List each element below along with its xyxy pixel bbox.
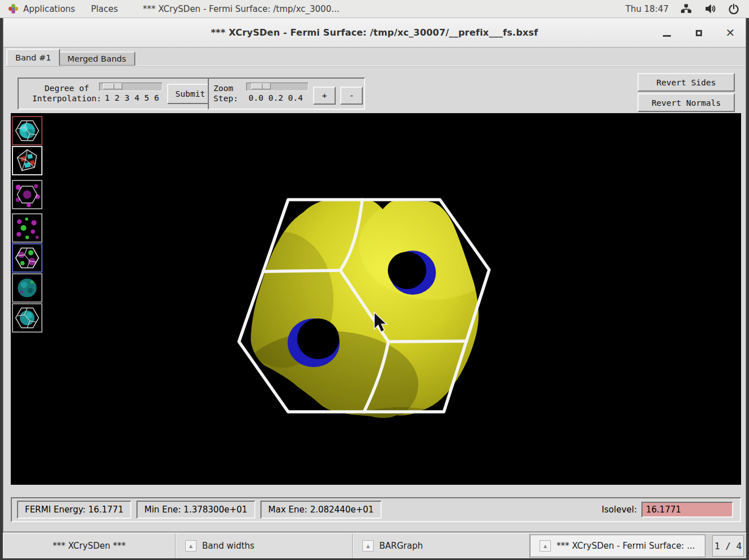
interpolation-label: Degree of Interpolation:: [24, 83, 109, 104]
revert-normals-button[interactable]: Revert Normals: [637, 93, 735, 112]
thumbnail-red-cyan-cube[interactable]: [12, 146, 42, 175]
interpolation-slider[interactable]: [99, 83, 162, 91]
revert-sides-button[interactable]: Revert Sides: [637, 73, 735, 92]
window-titlebar[interactable]: *** XCrySDen - Fermi Surface: /tmp/xc_30…: [3, 18, 746, 48]
volume-icon[interactable]: [704, 3, 716, 15]
network-icon[interactable]: [680, 3, 692, 15]
zoom-in-button[interactable]: +: [313, 87, 336, 105]
taskbar-item-band-widths[interactable]: ▲ Band widths: [176, 533, 353, 558]
min-energy-readout: Min Ene: 1.378300e+01: [136, 501, 255, 519]
active-window-title: *** XCrySDen - Fermi Surface: /tmp/xc_30…: [143, 4, 339, 14]
thumbnail-magenta-pockets[interactable]: [12, 180, 42, 209]
window-mini-icon: ▲: [540, 540, 551, 552]
notebook-divider: [3, 66, 746, 67]
max-energy-readout: Max Ene: 2.082440e+01: [260, 501, 382, 519]
thumbnail-teal-surface-in-cell[interactable]: [12, 303, 42, 333]
tab-merged-bands-label: Merged Bands: [67, 54, 126, 63]
desktop-taskbar: *** XCrySDen *** ▲ Band widths ▲ BARGrap…: [3, 532, 746, 558]
tab-merged-bands[interactable]: Merged Bands: [58, 51, 135, 66]
thumbnail-scattered-pockets[interactable]: [12, 213, 42, 243]
active-window-menu[interactable]: *** XCrySDen - Fermi Surface: /tmp/xc_30…: [126, 0, 347, 18]
taskbar-item-label: Band widths: [202, 541, 254, 551]
minimize-icon: [663, 35, 671, 37]
interpolation-scale-labels: 1 2 3 4 5 6: [105, 93, 159, 102]
zoom-step-label: Zoom Step:: [213, 83, 246, 104]
fermi-surface-canvas[interactable]: [11, 113, 741, 485]
taskbar-item-bargraph[interactable]: ▲ BARGraph: [353, 533, 530, 558]
places-menu-label: Places: [91, 4, 118, 14]
taskbar-item-xcrysden[interactable]: *** XCrySDen ***: [3, 533, 176, 558]
minimize-button[interactable]: [660, 25, 674, 40]
interpolation-slider-handle[interactable]: [103, 83, 122, 89]
neck-hole-lower: [288, 318, 340, 367]
tab-band-1-label: Band #1: [15, 53, 51, 62]
close-icon: ✕: [726, 27, 735, 38]
taskbar-item-fermi-surface[interactable]: ▲ *** XCrySDen - Fermi Surface: ...: [530, 535, 705, 557]
isolevel-label: Isolevel:: [602, 505, 637, 515]
band-tabstrip: Band #1 Merged Bands: [3, 48, 746, 66]
applications-menu-label: Applications: [23, 4, 75, 14]
desktop-top-panel: Applications Places *** XCrySDen - Fermi…: [0, 0, 749, 18]
applications-logo-icon: [8, 3, 19, 14]
applications-menu[interactable]: Applications: [0, 0, 83, 18]
submit-button[interactable]: Submit: [167, 84, 213, 104]
window-mini-icon: ▲: [362, 540, 374, 552]
thumbnail-cyan-fermi-surface[interactable]: [12, 116, 42, 145]
interpolation-group: Degree of Interpolation: 1 2 3 4 5 6 Sub…: [18, 77, 217, 110]
isolevel-input[interactable]: [641, 502, 733, 518]
fermi-surface-scene[interactable]: [11, 113, 741, 485]
close-button[interactable]: ✕: [723, 25, 738, 40]
taskbar-item-label: BARGraph: [379, 541, 423, 551]
window-mini-icon: ▲: [185, 540, 196, 552]
fermi-energy-readout: FERMI Energy: 16.1771: [17, 501, 131, 519]
workspace-pager[interactable]: 1 / 4: [712, 535, 744, 557]
places-menu[interactable]: Places: [83, 0, 126, 18]
panel-clock[interactable]: Thu 18:47: [626, 4, 669, 14]
status-strip: FERMI Energy: 16.1771 Min Ene: 1.378300e…: [11, 497, 741, 522]
window-title: *** XCrySDen - Fermi Surface: /tmp/xc_30…: [211, 27, 538, 38]
maximize-icon: [696, 30, 702, 36]
thumbnail-teal-sphere[interactable]: [12, 273, 42, 303]
taskbar-item-label: *** XCrySDen - Fermi Surface: ...: [557, 541, 695, 551]
zoom-step-scale-labels: 0.0 0.2 0.4: [249, 93, 303, 102]
zoom-step-slider-handle[interactable]: [251, 83, 271, 89]
tab-band-1[interactable]: Band #1: [6, 49, 60, 66]
xcrysden-fermi-surface-window: *** XCrySDen - Fermi Surface: /tmp/xc_30…: [3, 18, 746, 532]
zoom-step-slider[interactable]: [246, 83, 309, 91]
power-icon[interactable]: [727, 3, 740, 15]
zoom-out-button[interactable]: -: [340, 87, 363, 105]
zoom-step-group: Zoom Step: 0.0 0.2 0.4 + -: [208, 77, 365, 110]
thumbnail-purple-green-surface[interactable]: [12, 243, 42, 273]
maximize-button[interactable]: [691, 25, 706, 40]
taskbar-item-label: *** XCrySDen ***: [53, 541, 126, 551]
